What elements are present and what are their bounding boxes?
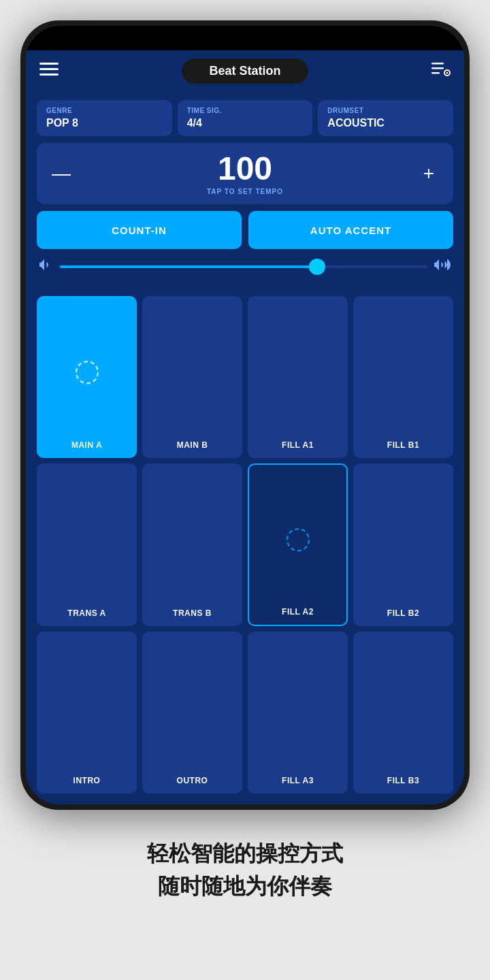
- svg-rect-1: [39, 68, 59, 70]
- pad-main-a-icon: [72, 357, 102, 390]
- volume-track[interactable]: [60, 265, 427, 268]
- pad-intro-label: INTRO: [74, 776, 101, 785]
- app-title-box: Beat Station: [182, 59, 308, 84]
- pad-fill-b1[interactable]: FILL B1: [353, 296, 453, 458]
- volume-fill: [60, 265, 317, 268]
- spacer: [37, 284, 453, 289]
- tempo-row: — 100 TAP TO SET TEMPO +: [37, 143, 453, 204]
- pad-fill-a3[interactable]: FILL A3: [248, 632, 348, 794]
- app-title: Beat Station: [209, 64, 280, 78]
- pad-fill-a1-label: FILL A1: [282, 440, 314, 450]
- count-in-button[interactable]: COUNT-IN: [37, 211, 242, 249]
- main-content: GENRE POP 8 TIME SIG. 4/4 DRUMSET ACOUST…: [26, 92, 464, 804]
- app-header: Beat Station: [26, 50, 464, 92]
- pad-fill-a3-label: FILL A3: [282, 776, 314, 785]
- svg-point-8: [446, 71, 448, 74]
- svg-rect-5: [431, 72, 440, 74]
- tempo-decrease-button[interactable]: —: [37, 143, 86, 204]
- timesig-card[interactable]: TIME SIG. 4/4: [178, 100, 313, 136]
- pad-fill-b2-label: FILL B2: [387, 608, 419, 618]
- genre-value: POP 8: [46, 117, 163, 129]
- pad-fill-a2[interactable]: FILL A2: [248, 463, 348, 625]
- volume-low-icon: [39, 259, 53, 274]
- volume-thumb[interactable]: [309, 259, 325, 275]
- action-buttons-row: COUNT-IN AUTO ACCENT: [37, 211, 453, 249]
- genre-card[interactable]: GENRE POP 8: [37, 100, 172, 136]
- caption-line1: 轻松智能的操控方式: [147, 841, 343, 866]
- pad-fill-b1-label: FILL B1: [387, 440, 419, 450]
- pad-fill-b2[interactable]: FILL B2: [353, 463, 453, 625]
- drumset-label: DRUMSET: [327, 107, 444, 114]
- pad-main-a-label: MAIN A: [71, 440, 102, 450]
- pad-intro[interactable]: INTRO: [37, 632, 137, 794]
- pad-outro[interactable]: OUTRO: [142, 632, 242, 794]
- caption-area: 轻松智能的操控方式 随时随地为你伴奏: [127, 810, 363, 923]
- genre-label: GENRE: [46, 107, 163, 114]
- pad-main-b-label: MAIN B: [177, 440, 208, 450]
- playlist-icon[interactable]: [431, 61, 451, 82]
- svg-rect-3: [431, 63, 444, 65]
- pad-main-a[interactable]: MAIN A: [37, 296, 137, 458]
- tempo-value: 100: [218, 152, 272, 185]
- pad-fill-a2-icon: [283, 525, 313, 558]
- pad-trans-a[interactable]: TRANS A: [37, 463, 137, 625]
- pad-trans-b[interactable]: TRANS B: [142, 463, 242, 625]
- pad-trans-a-label: TRANS A: [67, 608, 105, 618]
- menu-icon[interactable]: [39, 63, 59, 80]
- svg-point-9: [76, 361, 98, 383]
- svg-rect-2: [39, 74, 59, 76]
- pad-trans-b-label: TRANS B: [173, 608, 212, 618]
- pad-fill-b3-label: FILL B3: [387, 776, 419, 785]
- pad-main-b[interactable]: MAIN B: [142, 296, 242, 458]
- phone-shell: Beat Station GENRE POP 8: [20, 20, 470, 810]
- auto-accent-button[interactable]: AUTO ACCENT: [248, 211, 453, 249]
- drumset-card[interactable]: DRUMSET ACOUSTIC: [318, 100, 453, 136]
- settings-row: GENRE POP 8 TIME SIG. 4/4 DRUMSET ACOUST…: [37, 100, 453, 136]
- drumset-value: ACOUSTIC: [327, 117, 444, 129]
- svg-rect-4: [431, 67, 444, 69]
- timesig-value: 4/4: [187, 117, 304, 129]
- pad-fill-a1[interactable]: FILL A1: [248, 296, 348, 458]
- timesig-label: TIME SIG.: [187, 107, 304, 114]
- tempo-increase-button[interactable]: +: [404, 143, 453, 204]
- status-bar: [26, 26, 464, 50]
- caption-line2: 随时随地为你伴奏: [158, 874, 332, 898]
- tempo-tap-area[interactable]: 100 TAP TO SET TEMPO: [86, 152, 404, 195]
- svg-point-10: [287, 529, 309, 551]
- volume-row: [37, 256, 453, 277]
- pad-fill-a2-label: FILL A2: [282, 607, 314, 617]
- volume-high-icon: [434, 259, 451, 274]
- phone-screen: Beat Station GENRE POP 8: [26, 26, 464, 804]
- svg-rect-0: [39, 63, 59, 65]
- pad-grid: MAIN AMAIN BFILL A1FILL B1TRANS ATRANS B…: [37, 296, 453, 794]
- pad-fill-b3[interactable]: FILL B3: [353, 632, 453, 794]
- caption-text: 轻松智能的操控方式 随时随地为你伴奏: [147, 837, 343, 902]
- tempo-tap-label: TAP TO SET TEMPO: [207, 188, 283, 195]
- pad-outro-label: OUTRO: [177, 776, 208, 785]
